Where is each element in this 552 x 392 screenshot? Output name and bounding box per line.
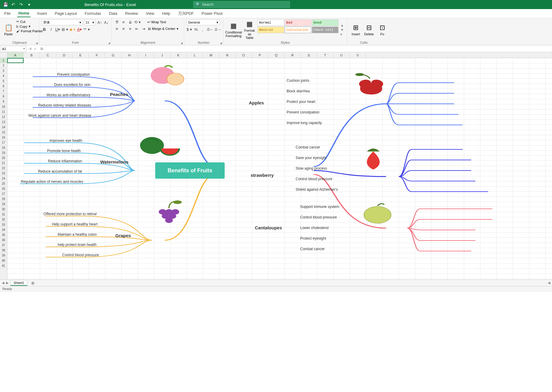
decrease-decimal-button[interactable]: .0→ (214, 27, 221, 32)
select-all-corner[interactable] (0, 53, 7, 58)
node-apples[interactable]: Apples (249, 100, 264, 105)
leaf[interactable]: Control blood pressure (62, 253, 99, 257)
leaf[interactable]: Regulate action of nerves and muscles (21, 180, 83, 184)
style-bad[interactable]: Bad (285, 19, 311, 26)
row-header[interactable]: 24 (0, 176, 7, 181)
row-header[interactable]: 28 (0, 196, 7, 202)
leaf[interactable]: Prevent constipation (57, 72, 90, 77)
row-header[interactable]: 2 (0, 63, 7, 68)
row-header[interactable]: 16 (0, 135, 7, 140)
style-scroll-up-icon[interactable]: ▲ (340, 23, 344, 27)
tab-data[interactable]: Data (108, 10, 118, 17)
row-header[interactable]: 7 (0, 89, 7, 94)
row-header[interactable]: 4 (0, 73, 7, 78)
phonetic-button[interactable]: ᵃᵇ ▾ (83, 27, 90, 32)
percent-button[interactable]: % (193, 27, 199, 32)
col-header[interactable]: N (219, 53, 236, 58)
leaf[interactable]: help protect brain health (58, 243, 97, 247)
col-header[interactable]: T (317, 53, 333, 58)
leaf[interactable]: Cushion joints (287, 78, 309, 83)
leaf[interactable]: Slow aging process (296, 166, 327, 171)
row-header[interactable]: 14 (0, 125, 7, 130)
bold-button[interactable]: B (42, 27, 47, 32)
leaf[interactable]: Reduce accumulation of fat (38, 169, 82, 174)
leaf[interactable]: Offered more protection to retinal (43, 212, 97, 216)
row-header[interactable]: 26 (0, 186, 7, 191)
search-box[interactable]: 🔍 (193, 1, 290, 8)
col-header[interactable]: M (203, 53, 219, 58)
decrease-indent-button[interactable]: ⇤ (134, 26, 140, 31)
style-check-cell[interactable]: Check Cell (312, 27, 339, 33)
leaf[interactable]: Work against cancer and heart disease (28, 113, 91, 118)
row-header[interactable]: 6 (0, 84, 7, 89)
row-header[interactable]: 15 (0, 130, 7, 135)
font-launcher-icon[interactable]: ◢ (108, 41, 110, 44)
leaf[interactable]: Block diarrhea (287, 89, 310, 93)
leaf[interactable]: Improves eye health (50, 139, 82, 143)
leaf[interactable]: Save your eyesight (296, 156, 326, 160)
leaf[interactable]: Protect your heart (287, 100, 315, 104)
borders-button[interactable]: ⊞ ▾ (62, 27, 68, 32)
cells-area[interactable]: Benefits of Fruits Peaches Watermelons G… (7, 58, 552, 279)
sheet-nav-next-icon[interactable]: ▶ (6, 281, 8, 285)
number-launcher-icon[interactable]: ◢ (220, 41, 222, 44)
row-header[interactable]: 27 (0, 191, 7, 196)
row-header[interactable]: 32 (0, 217, 7, 222)
conditional-formatting-button[interactable]: ▦Conditional Formatting (226, 19, 241, 40)
increase-indent-button[interactable]: ⇥ (141, 26, 146, 31)
row-header[interactable]: 35 (0, 232, 7, 237)
row-header[interactable]: 29 (0, 202, 7, 207)
row-header[interactable]: 23 (0, 171, 7, 176)
font-color-button[interactable]: A ▾ (77, 27, 82, 32)
mindmap-center[interactable]: Benefits of Fruits (155, 162, 225, 179)
tab-review[interactable]: Review (124, 10, 139, 17)
col-header[interactable]: H (121, 53, 138, 58)
wrap-text-button[interactable]: ↩Wrap Text (147, 20, 167, 24)
node-peaches[interactable]: Peaches (110, 92, 128, 97)
row-header[interactable]: 12 (0, 114, 7, 120)
tab-insert[interactable]: Insert (36, 10, 48, 17)
align-center-button[interactable]: ≡ (121, 26, 126, 31)
col-header[interactable]: C (40, 53, 56, 58)
row-header[interactable]: 10 (0, 104, 7, 109)
node-grapes[interactable]: Grapes (115, 233, 131, 238)
leaf[interactable]: Does excellent for skin (54, 83, 91, 87)
col-header[interactable]: F (89, 53, 105, 58)
row-header[interactable]: 11 (0, 109, 7, 114)
row-header[interactable]: 31 (0, 212, 7, 217)
row-header[interactable]: 34 (0, 227, 7, 232)
tab-power-pivot[interactable]: Power Pivot (201, 10, 224, 17)
align-bottom-button[interactable]: ⇊ (127, 19, 133, 25)
node-cantaloupes[interactable]: Cantaloupes (255, 225, 282, 230)
formula-input[interactable] (45, 46, 552, 52)
row-header[interactable]: 9 (0, 99, 7, 104)
hscroll-left-icon[interactable]: ◀ (548, 281, 550, 285)
row-header[interactable]: 22 (0, 166, 7, 171)
row-header[interactable]: 17 (0, 140, 7, 145)
align-middle-button[interactable]: ≡ (121, 19, 126, 25)
sheet-tab-active[interactable]: Sheet1 (10, 280, 27, 286)
row-header[interactable]: 30 (0, 207, 7, 212)
style-normal[interactable]: Normal (258, 19, 284, 26)
leaf[interactable]: Help support a healthy heart (52, 222, 98, 226)
tab-page-layout[interactable]: Page Layout (54, 10, 78, 17)
number-format-combo[interactable]: General▾ (187, 19, 220, 25)
style-scroll-down-icon[interactable]: ▼ (340, 28, 344, 32)
row-header[interactable]: 25 (0, 181, 7, 186)
comma-button[interactable]: , (200, 27, 205, 32)
leaf[interactable]: Control blood pressure (296, 177, 332, 181)
leaf[interactable]: Combat cancer (296, 145, 320, 149)
cancel-icon[interactable]: ✕ (29, 47, 32, 51)
col-header[interactable]: L (187, 53, 203, 58)
col-header[interactable]: O (236, 53, 252, 58)
row-header[interactable]: 41 (0, 263, 7, 268)
row-header[interactable]: 1 (0, 58, 7, 63)
row-header[interactable]: 20 (0, 155, 7, 161)
row-header[interactable]: 36 (0, 237, 7, 243)
leaf[interactable]: Protect eyesight (300, 236, 326, 241)
col-header[interactable]: G (105, 53, 121, 58)
add-sheet-button[interactable]: ⊕ (29, 281, 37, 285)
alignment-launcher-icon[interactable]: ◢ (181, 41, 183, 44)
leaf[interactable]: Reduces kidney related diseases (38, 103, 91, 107)
leaf[interactable]: Improve lung capacity (287, 121, 322, 125)
